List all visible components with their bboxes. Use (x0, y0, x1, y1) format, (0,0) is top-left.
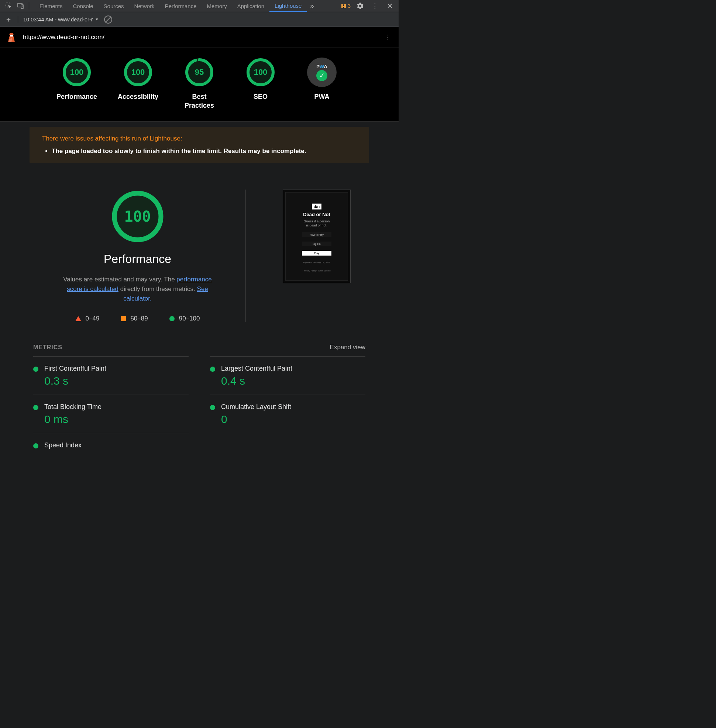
metric-value: 0 (221, 413, 291, 425)
close-icon[interactable]: ✕ (385, 1, 395, 11)
metric-cls[interactable]: Cumulative Layout Shift0 (210, 395, 366, 433)
metric-name: Total Blocking Time (44, 403, 102, 411)
lighthouse-subbar: ＋ 10:03:44 AM - www.dead-or-r ▼ (0, 12, 399, 27)
score-gauges: 100 Performance 100 Accessibility 95 Bes… (0, 48, 399, 121)
performance-summary: 100 Performance Values are estimated and… (33, 189, 246, 322)
tab-elements[interactable]: Elements (34, 0, 68, 11)
thumb-btn-howto: How to Play (302, 232, 331, 237)
status-dot-icon (33, 366, 38, 372)
report-body: There were issues affecting this run of … (0, 127, 399, 474)
tab-lighthouse[interactable]: Lighthouse (269, 0, 307, 12)
performance-description: Values are estimated and may vary. The p… (60, 275, 215, 304)
expand-view-link[interactable]: Expand view (330, 344, 366, 351)
warning-item: The page loaded too slowly to finish wit… (52, 148, 356, 155)
metric-name: Cumulative Layout Shift (221, 403, 291, 411)
status-dot-icon (210, 405, 215, 410)
svg-rect-7 (10, 35, 13, 36)
gauge-score: 100 (62, 58, 91, 87)
desc-text: directly from these metrics. (118, 285, 197, 292)
inspect-icon[interactable] (4, 1, 14, 11)
metric-name: First Contentful Paint (44, 365, 106, 372)
device-toggle-icon[interactable] (15, 1, 26, 11)
kebab-icon[interactable]: ⋮ (370, 1, 380, 11)
big-gauge-score: 100 (111, 189, 165, 244)
square-icon (121, 316, 126, 321)
tab-sources[interactable]: Sources (99, 0, 129, 11)
svg-rect-4 (343, 5, 344, 6)
gear-icon[interactable] (355, 1, 366, 11)
performance-section: 100 Performance Values are estimated and… (33, 189, 366, 322)
metrics-grid: First Contentful Paint0.3 s Largest Cont… (33, 356, 366, 459)
gauge-pwa[interactable]: PWA ✓ PWA (300, 58, 344, 110)
thumb-btn-play: Play (302, 251, 331, 256)
svg-marker-6 (9, 33, 14, 35)
metrics-title: METRICS (33, 344, 62, 351)
legend-label: 0–49 (86, 315, 100, 322)
tab-performance[interactable]: Performance (160, 0, 202, 11)
thumb-title: Dead or Not (303, 212, 330, 217)
separator (18, 16, 18, 23)
gauge-score: 95 (185, 58, 214, 87)
devtools-tabs: Elements Console Sources Network Perform… (34, 0, 340, 12)
score-legend: 0–49 50–89 90–100 (75, 315, 200, 322)
gauge-best-practices[interactable]: 95 Best Practices (177, 58, 221, 110)
thumb-subtitle: Guess if a personis dead or not. (304, 219, 330, 228)
run-selector-label: 10:03:44 AM - www.dead-or-r (23, 17, 93, 23)
warnings-count: 3 (348, 3, 350, 9)
gauge-label: SEO (253, 92, 268, 101)
gauge-score: 100 (123, 58, 153, 87)
legend-fail: 0–49 (75, 315, 100, 322)
status-dot-icon (210, 366, 215, 372)
metric-name: Speed Index (44, 442, 82, 449)
metric-si[interactable]: Speed Index (33, 433, 189, 459)
lighthouse-warnings: There were issues affecting this run of … (30, 127, 369, 163)
page-screenshot-thumb: d/n Dead or Not Guess if a personis dead… (283, 189, 350, 283)
gauge-label: Performance (56, 92, 97, 101)
devtools-tabbar: Elements Console Sources Network Perform… (0, 0, 399, 12)
metric-fcp[interactable]: First Contentful Paint0.3 s (33, 356, 189, 395)
clear-run-button[interactable] (104, 15, 112, 24)
more-tabs-icon[interactable]: » (307, 1, 317, 11)
warnings-badge[interactable]: 3 (341, 3, 350, 9)
report-menu-icon[interactable]: ⋮ (385, 33, 392, 41)
new-run-button[interactable]: ＋ (5, 14, 12, 24)
gauge-accessibility[interactable]: 100 Accessibility (116, 58, 160, 110)
thumb-footer: Privacy Policy · Data Source (303, 269, 331, 272)
tab-application[interactable]: Application (232, 0, 269, 11)
legend-average: 50–89 (121, 315, 148, 322)
report-urlbar: https://www.dead-or-not.com/ ⋮ (0, 27, 399, 48)
metric-lcp[interactable]: Largest Contentful Paint0.4 s (210, 356, 366, 395)
pwa-badge: PWA ✓ (307, 58, 337, 87)
triangle-icon (75, 316, 81, 321)
lighthouse-icon (7, 32, 16, 43)
divider (0, 121, 399, 122)
thumb-logo: d/n (312, 204, 322, 209)
performance-heading: Performance (104, 252, 171, 266)
legend-pass: 90–100 (169, 315, 200, 322)
chevron-down-icon: ▼ (95, 17, 99, 21)
metric-value: 0.4 s (221, 375, 292, 387)
report-url: https://www.dead-or-not.com/ (23, 33, 105, 41)
gauge-performance[interactable]: 100 Performance (55, 58, 99, 110)
legend-label: 50–89 (130, 315, 148, 322)
metric-value: 0 ms (44, 413, 102, 425)
desc-text: Values are estimated and may vary. The (63, 276, 176, 283)
thumb-updated: Updated: January 12, 2024 (303, 262, 330, 264)
metrics-header: METRICS Expand view (33, 344, 366, 351)
run-selector[interactable]: 10:03:44 AM - www.dead-or-r ▼ (23, 17, 99, 23)
lighthouse-report: 100 Performance 100 Accessibility 95 Bes… (0, 48, 399, 121)
gauge-label: PWA (314, 92, 329, 101)
metric-value: 0.3 s (44, 375, 106, 387)
metric-tbt[interactable]: Total Blocking Time0 ms (33, 395, 189, 433)
warning-title: There were issues affecting this run of … (42, 135, 356, 142)
tab-network[interactable]: Network (129, 0, 160, 11)
gauge-label: Best Practices (177, 92, 221, 110)
svg-rect-1 (18, 3, 22, 7)
separator (29, 2, 29, 10)
metric-name: Largest Contentful Paint (221, 365, 292, 372)
tab-memory[interactable]: Memory (202, 0, 232, 11)
thumb-btn-signin: Sign in (302, 242, 331, 246)
gauge-seo[interactable]: 100 SEO (238, 58, 283, 110)
tab-console[interactable]: Console (68, 0, 99, 11)
status-dot-icon (33, 405, 38, 410)
